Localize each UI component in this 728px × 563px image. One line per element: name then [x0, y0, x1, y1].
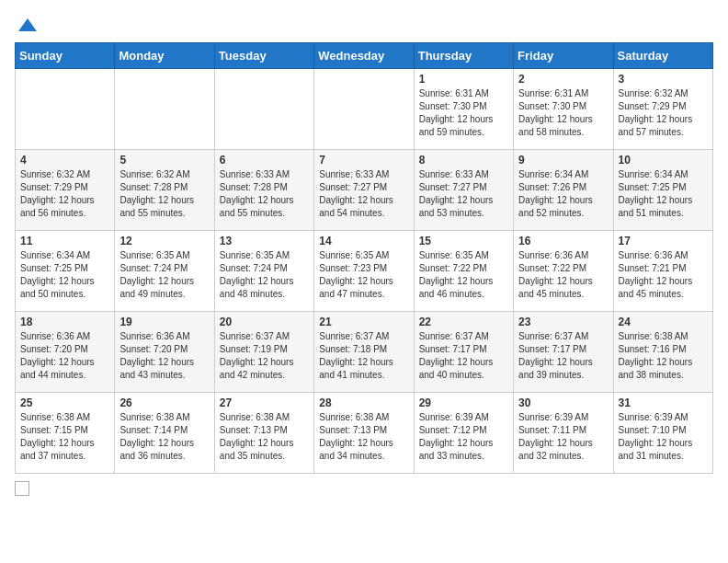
calendar-header-sunday: Sunday [16, 43, 115, 69]
calendar-header-row: SundayMondayTuesdayWednesdayThursdayFrid… [16, 43, 713, 69]
day-info: Sunrise: 6:33 AMSunset: 7:27 PMDaylight:… [419, 168, 508, 220]
day-number: 25 [20, 396, 109, 409]
day-info: Sunrise: 6:38 AMSunset: 7:16 PMDaylight:… [619, 330, 708, 382]
day-number: 12 [119, 235, 209, 247]
calendar-cell: 1Sunrise: 6:31 AMSunset: 7:30 PMDaylight… [414, 69, 513, 150]
calendar-cell: 18Sunrise: 6:36 AMSunset: 7:20 PMDayligh… [16, 312, 115, 393]
calendar-cell: 7Sunrise: 6:33 AMSunset: 7:27 PMDaylight… [314, 150, 414, 231]
day-info: Sunrise: 6:36 AMSunset: 7:20 PMDaylight:… [119, 330, 209, 382]
calendar-cell: 2Sunrise: 6:31 AMSunset: 7:30 PMDaylight… [514, 69, 613, 150]
calendar-cell: 14Sunrise: 6:35 AMSunset: 7:23 PMDayligh… [314, 231, 414, 312]
calendar-cell [214, 69, 313, 150]
day-info: Sunrise: 6:38 AMSunset: 7:13 PMDaylight:… [220, 411, 309, 463]
calendar-cell: 29Sunrise: 6:39 AMSunset: 7:12 PMDayligh… [414, 393, 513, 474]
day-number: 24 [619, 316, 708, 328]
calendar-cell: 10Sunrise: 6:34 AMSunset: 7:25 PMDayligh… [613, 150, 712, 231]
day-number: 17 [619, 235, 708, 247]
calendar-cell: 12Sunrise: 6:35 AMSunset: 7:24 PMDayligh… [115, 231, 214, 312]
day-info: Sunrise: 6:32 AMSunset: 7:29 PMDaylight:… [619, 87, 708, 139]
day-info: Sunrise: 6:34 AMSunset: 7:25 PMDaylight:… [20, 249, 109, 301]
calendar-cell: 20Sunrise: 6:37 AMSunset: 7:19 PMDayligh… [214, 312, 313, 393]
calendar-cell: 24Sunrise: 6:38 AMSunset: 7:16 PMDayligh… [613, 312, 712, 393]
day-info: Sunrise: 6:39 AMSunset: 7:11 PMDaylight:… [518, 411, 608, 463]
day-number: 7 [319, 154, 408, 167]
calendar-cell [16, 69, 115, 150]
calendar-cell: 21Sunrise: 6:37 AMSunset: 7:18 PMDayligh… [314, 312, 414, 393]
calendar-cell: 8Sunrise: 6:33 AMSunset: 7:27 PMDaylight… [414, 150, 513, 231]
calendar-week-row: 25Sunrise: 6:38 AMSunset: 7:15 PMDayligh… [16, 393, 713, 474]
day-info: Sunrise: 6:36 AMSunset: 7:21 PMDaylight:… [619, 249, 708, 301]
day-info: Sunrise: 6:38 AMSunset: 7:15 PMDaylight:… [20, 411, 109, 463]
day-number: 15 [419, 235, 508, 247]
calendar-cell [115, 69, 214, 150]
calendar-header-saturday: Saturday [613, 43, 712, 69]
calendar-cell: 25Sunrise: 6:38 AMSunset: 7:15 PMDayligh… [16, 393, 115, 474]
day-number: 19 [119, 316, 209, 328]
day-info: Sunrise: 6:34 AMSunset: 7:26 PMDaylight:… [518, 168, 608, 220]
logo-icon [17, 15, 39, 37]
day-number: 13 [220, 235, 309, 247]
day-info: Sunrise: 6:31 AMSunset: 7:30 PMDaylight:… [518, 87, 608, 139]
day-number: 4 [20, 154, 109, 167]
calendar-cell [314, 69, 414, 150]
day-info: Sunrise: 6:35 AMSunset: 7:23 PMDaylight:… [319, 249, 408, 301]
calendar-cell: 22Sunrise: 6:37 AMSunset: 7:17 PMDayligh… [414, 312, 513, 393]
day-number: 5 [119, 154, 209, 167]
calendar-cell: 17Sunrise: 6:36 AMSunset: 7:21 PMDayligh… [613, 231, 712, 312]
day-info: Sunrise: 6:37 AMSunset: 7:17 PMDaylight:… [518, 330, 608, 382]
calendar-header-monday: Monday [115, 43, 214, 69]
day-info: Sunrise: 6:36 AMSunset: 7:20 PMDaylight:… [20, 330, 109, 382]
calendar-week-row: 4Sunrise: 6:32 AMSunset: 7:29 PMDaylight… [16, 150, 713, 231]
day-number: 30 [518, 396, 608, 409]
day-number: 1 [419, 73, 508, 86]
day-info: Sunrise: 6:31 AMSunset: 7:30 PMDaylight:… [419, 87, 508, 139]
calendar-cell: 23Sunrise: 6:37 AMSunset: 7:17 PMDayligh… [514, 312, 613, 393]
day-number: 22 [419, 316, 508, 328]
day-info: Sunrise: 6:39 AMSunset: 7:12 PMDaylight:… [419, 411, 508, 463]
calendar-cell: 16Sunrise: 6:36 AMSunset: 7:22 PMDayligh… [514, 231, 613, 312]
calendar-cell: 27Sunrise: 6:38 AMSunset: 7:13 PMDayligh… [214, 393, 313, 474]
day-number: 27 [220, 396, 309, 409]
day-number: 10 [619, 154, 708, 167]
day-number: 6 [220, 154, 309, 167]
day-number: 29 [419, 396, 508, 409]
svg-marker-0 [18, 18, 37, 31]
day-number: 18 [20, 316, 109, 328]
calendar-cell: 3Sunrise: 6:32 AMSunset: 7:29 PMDaylight… [613, 69, 712, 150]
calendar-cell: 13Sunrise: 6:35 AMSunset: 7:24 PMDayligh… [214, 231, 313, 312]
calendar-cell: 26Sunrise: 6:38 AMSunset: 7:14 PMDayligh… [115, 393, 214, 474]
day-info: Sunrise: 6:37 AMSunset: 7:17 PMDaylight:… [419, 330, 508, 382]
page-header [15, 15, 713, 33]
day-info: Sunrise: 6:37 AMSunset: 7:18 PMDaylight:… [319, 330, 408, 382]
day-number: 14 [319, 235, 408, 247]
day-info: Sunrise: 6:37 AMSunset: 7:19 PMDaylight:… [220, 330, 309, 382]
day-info: Sunrise: 6:32 AMSunset: 7:28 PMDaylight:… [119, 168, 209, 220]
day-info: Sunrise: 6:32 AMSunset: 7:29 PMDaylight:… [20, 168, 109, 220]
calendar-cell: 19Sunrise: 6:36 AMSunset: 7:20 PMDayligh… [115, 312, 214, 393]
legend-box [15, 481, 29, 496]
day-info: Sunrise: 6:33 AMSunset: 7:28 PMDaylight:… [220, 168, 309, 220]
calendar-cell: 15Sunrise: 6:35 AMSunset: 7:22 PMDayligh… [414, 231, 513, 312]
day-number: 26 [119, 396, 209, 409]
calendar-cell: 28Sunrise: 6:38 AMSunset: 7:13 PMDayligh… [314, 393, 414, 474]
calendar-cell: 31Sunrise: 6:39 AMSunset: 7:10 PMDayligh… [613, 393, 712, 474]
day-number: 21 [319, 316, 408, 328]
calendar-week-row: 18Sunrise: 6:36 AMSunset: 7:20 PMDayligh… [16, 312, 713, 393]
calendar-week-row: 1Sunrise: 6:31 AMSunset: 7:30 PMDaylight… [16, 69, 713, 150]
day-number: 2 [518, 73, 608, 86]
calendar-cell: 4Sunrise: 6:32 AMSunset: 7:29 PMDaylight… [16, 150, 115, 231]
calendar-header-wednesday: Wednesday [314, 43, 414, 69]
calendar-cell: 5Sunrise: 6:32 AMSunset: 7:28 PMDaylight… [115, 150, 214, 231]
day-info: Sunrise: 6:35 AMSunset: 7:22 PMDaylight:… [419, 249, 508, 301]
day-info: Sunrise: 6:34 AMSunset: 7:25 PMDaylight:… [619, 168, 708, 220]
day-info: Sunrise: 6:35 AMSunset: 7:24 PMDaylight:… [220, 249, 309, 301]
day-info: Sunrise: 6:36 AMSunset: 7:22 PMDaylight:… [518, 249, 608, 301]
calendar-cell: 9Sunrise: 6:34 AMSunset: 7:26 PMDaylight… [514, 150, 613, 231]
calendar-table: SundayMondayTuesdayWednesdayThursdayFrid… [15, 42, 713, 474]
calendar-header-thursday: Thursday [414, 43, 513, 69]
calendar-cell: 6Sunrise: 6:33 AMSunset: 7:28 PMDaylight… [214, 150, 313, 231]
calendar-header-friday: Friday [514, 43, 613, 69]
legend [15, 481, 713, 496]
calendar-week-row: 11Sunrise: 6:34 AMSunset: 7:25 PMDayligh… [16, 231, 713, 312]
calendar-cell: 30Sunrise: 6:39 AMSunset: 7:11 PMDayligh… [514, 393, 613, 474]
